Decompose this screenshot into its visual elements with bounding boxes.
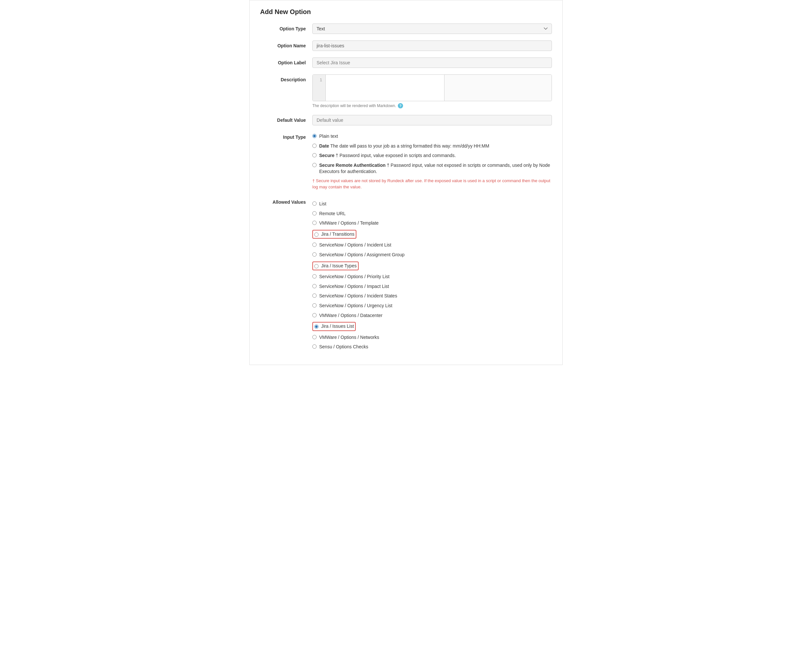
- sn-priority-label[interactable]: ServiceNow / Options / Priority List: [319, 274, 390, 280]
- allowed-values-label: Allowed Values: [260, 197, 312, 205]
- sn-priority-radio[interactable]: [312, 274, 316, 279]
- markdown-note-text: The description will be rendered with Ma…: [312, 104, 396, 108]
- description-wrap: 1 The description will be rendered with …: [312, 74, 552, 109]
- description-textarea[interactable]: [326, 75, 444, 101]
- option-name-label: Option Name: [260, 41, 312, 48]
- option-name-wrap: [312, 41, 552, 51]
- description-preview: [444, 75, 552, 101]
- option-name-input[interactable]: [312, 41, 552, 51]
- allowed-remote-url: Remote URL: [312, 211, 552, 217]
- option-label-row: Option Label: [260, 58, 552, 68]
- allowed-sn-impact: ServiceNow / Options / Impact List: [312, 284, 552, 290]
- default-value-wrap: [312, 115, 552, 125]
- option-label-label: Option Label: [260, 58, 312, 65]
- sn-incident-label[interactable]: ServiceNow / Options / Incident List: [319, 242, 391, 249]
- vmware-networks-label[interactable]: VMWare / Options / Networks: [319, 334, 379, 341]
- sn-assignment-radio[interactable]: [312, 252, 316, 257]
- help-icon[interactable]: ?: [398, 103, 403, 109]
- sn-impact-label[interactable]: ServiceNow / Options / Impact List: [319, 284, 389, 290]
- allowed-values-wrap: List Remote URL VMWare / Options / Templ…: [312, 199, 552, 350]
- default-value-label: Default Value: [260, 115, 312, 123]
- allowed-values-radio-group: List Remote URL VMWare / Options / Templ…: [312, 199, 552, 350]
- description-editor: 1: [312, 74, 552, 101]
- input-type-secure-remote: Secure Remote Authentication † Password …: [312, 162, 552, 175]
- default-value-input[interactable]: [312, 115, 552, 125]
- plain-text-radio[interactable]: [312, 134, 316, 138]
- allowed-jira-issues-list: Jira / Issues List: [312, 322, 552, 331]
- allowed-sensu-checks: Sensu / Options Checks: [312, 344, 552, 350]
- secure-note: † Secure input values are not stored by …: [312, 178, 552, 190]
- vmware-template-label[interactable]: VMWare / Options / Template: [319, 220, 379, 227]
- sn-incident-states-label[interactable]: ServiceNow / Options / Incident States: [319, 293, 397, 299]
- jira-issue-types-radio[interactable]: [314, 264, 318, 269]
- option-label-wrap: [312, 58, 552, 68]
- jira-issue-types-box: Jira / Issue Types: [312, 262, 359, 270]
- jira-issue-types-label[interactable]: Jira / Issue Types: [321, 263, 357, 269]
- page-title: Add New Option: [260, 8, 552, 16]
- secure-remote-radio[interactable]: [312, 163, 316, 167]
- input-type-date: Date The date will pass to your job as a…: [312, 143, 552, 150]
- jira-transitions-label[interactable]: Jira / Transitions: [321, 231, 354, 238]
- option-type-row: Option Type Text File: [260, 23, 552, 34]
- input-type-radio-group: Plain text Date The date will pass to yo…: [312, 132, 552, 175]
- remote-url-label[interactable]: Remote URL: [319, 211, 346, 217]
- allowed-vmware-template: VMWare / Options / Template: [312, 220, 552, 227]
- sn-incident-states-radio[interactable]: [312, 293, 316, 298]
- markdown-note: The description will be rendered with Ma…: [312, 103, 552, 109]
- allowed-servicenow-incident-list: ServiceNow / Options / Incident List: [312, 242, 552, 249]
- allowed-vmware-networks: VMWare / Options / Networks: [312, 334, 552, 341]
- allowed-jira-issue-types: Jira / Issue Types: [312, 262, 552, 270]
- add-new-option-form: Add New Option Option Type Text File Opt…: [249, 0, 563, 365]
- secure-note-text: † Secure input values are not stored by …: [312, 178, 550, 190]
- sn-urgency-label[interactable]: ServiceNow / Options / Urgency List: [319, 303, 392, 309]
- secure-label[interactable]: Secure † Password input, value exposed i…: [319, 152, 456, 159]
- description-row: Description 1 The description will be re…: [260, 74, 552, 109]
- input-type-wrap: Plain text Date The date will pass to yo…: [312, 132, 552, 190]
- default-value-row: Default Value: [260, 115, 552, 125]
- allowed-sn-priority: ServiceNow / Options / Priority List: [312, 274, 552, 280]
- allowed-jira-transitions: Jira / Transitions: [312, 230, 552, 239]
- secure-remote-label[interactable]: Secure Remote Authentication † Password …: [319, 162, 552, 175]
- option-name-row: Option Name: [260, 41, 552, 51]
- date-radio[interactable]: [312, 143, 316, 148]
- secure-radio[interactable]: [312, 153, 316, 157]
- option-type-label: Option Type: [260, 23, 312, 31]
- allowed-list: List: [312, 201, 552, 207]
- jira-transitions-radio[interactable]: [314, 232, 318, 237]
- date-label[interactable]: Date The date will pass to your job as a…: [319, 143, 489, 150]
- input-type-plain-text: Plain text: [312, 133, 552, 140]
- option-type-select[interactable]: Text File: [312, 23, 552, 34]
- sensu-checks-radio[interactable]: [312, 345, 316, 349]
- jira-issues-list-radio[interactable]: [314, 325, 318, 329]
- jira-issues-list-box: Jira / Issues List: [312, 322, 356, 331]
- vmware-template-radio[interactable]: [312, 221, 316, 225]
- jira-issues-list-label[interactable]: Jira / Issues List: [321, 323, 354, 330]
- allowed-servicenow-assignment-group: ServiceNow / Options / Assignment Group: [312, 252, 552, 258]
- sn-assignment-label[interactable]: ServiceNow / Options / Assignment Group: [319, 252, 404, 258]
- plain-text-label[interactable]: Plain text: [319, 133, 338, 140]
- vmware-dc-radio[interactable]: [312, 313, 316, 317]
- option-type-wrap: Text File: [312, 23, 552, 34]
- vmware-dc-label[interactable]: VMWare / Options / Datacenter: [319, 312, 382, 319]
- input-type-row: Input Type Plain text Date The date will…: [260, 132, 552, 190]
- list-label[interactable]: List: [319, 201, 326, 207]
- allowed-sn-urgency: ServiceNow / Options / Urgency List: [312, 303, 552, 309]
- sn-impact-radio[interactable]: [312, 284, 316, 288]
- vmware-networks-radio[interactable]: [312, 335, 316, 339]
- sn-incident-radio[interactable]: [312, 242, 316, 247]
- remote-url-radio[interactable]: [312, 211, 316, 216]
- allowed-values-row: Allowed Values List Remote URL VMWare / …: [260, 197, 552, 350]
- list-radio[interactable]: [312, 201, 316, 206]
- sn-urgency-radio[interactable]: [312, 303, 316, 308]
- allowed-vmware-datacenter: VMWare / Options / Datacenter: [312, 312, 552, 319]
- line-numbers: 1: [313, 75, 326, 101]
- option-label-input[interactable]: [312, 58, 552, 68]
- description-label: Description: [260, 74, 312, 82]
- jira-transitions-box: Jira / Transitions: [312, 230, 356, 239]
- line-number-1: 1: [320, 77, 322, 82]
- input-type-label: Input Type: [260, 132, 312, 140]
- input-type-secure: Secure † Password input, value exposed i…: [312, 152, 552, 159]
- allowed-sn-incident-states: ServiceNow / Options / Incident States: [312, 293, 552, 299]
- sensu-checks-label[interactable]: Sensu / Options Checks: [319, 344, 368, 350]
